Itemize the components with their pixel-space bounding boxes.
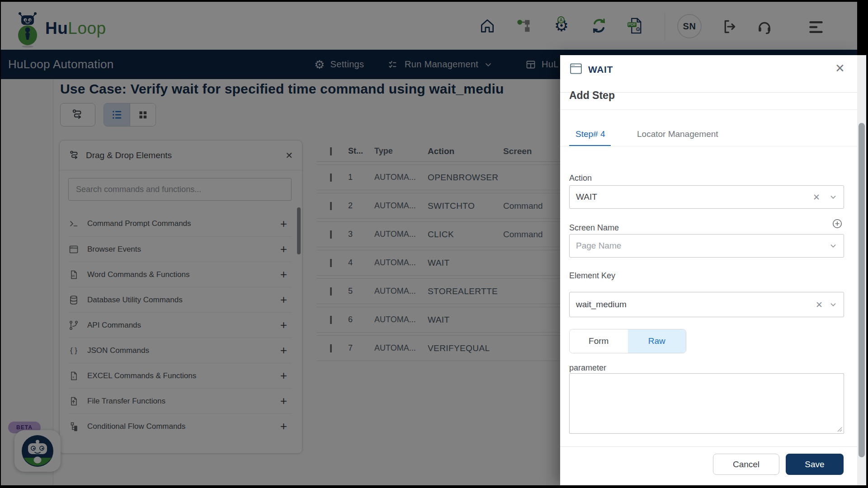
- tab-step-4[interactable]: Step# 4: [576, 129, 605, 139]
- save-button[interactable]: Save: [786, 454, 844, 475]
- add-screen-icon[interactable]: [831, 218, 843, 230]
- form-mode-button[interactable]: Form: [570, 329, 628, 353]
- app-window: HuLoop ⚙ A: [0, 0, 868, 488]
- tab-locator-management[interactable]: Locator Management: [637, 129, 718, 139]
- section-divider: [560, 109, 857, 110]
- action-label: Action: [569, 174, 592, 183]
- chevron-down-icon[interactable]: [828, 300, 838, 310]
- parameter-textarea[interactable]: [569, 373, 844, 434]
- mode-toggle: Form Raw: [569, 329, 686, 353]
- action-select[interactable]: WAIT ✕: [569, 185, 844, 209]
- modal-section-title: Add Step: [569, 89, 615, 102]
- page-scrollbar-thumb[interactable]: [859, 123, 865, 457]
- window-border-left: [0, 0, 1, 488]
- window-border-bottom: [0, 485, 868, 488]
- clear-icon[interactable]: ✕: [816, 300, 823, 310]
- browser-window-icon: [569, 62, 583, 75]
- window-border-right: [866, 0, 868, 488]
- tabs-divider: [560, 146, 857, 146]
- element-key-select[interactable]: wait_medium ✕: [569, 292, 844, 317]
- close-icon[interactable]: ✕: [835, 61, 845, 75]
- chevron-down-icon[interactable]: [828, 192, 838, 202]
- modal-title: WAIT: [588, 64, 613, 75]
- element-key-label: Element Key: [569, 271, 615, 281]
- screen-name-label: Screen Name: [569, 223, 619, 233]
- raw-mode-button[interactable]: Raw: [628, 329, 686, 353]
- wait-step-modal: WAIT ✕ Add Step Step# 4 Locator Manageme…: [560, 55, 857, 485]
- screen-name-select[interactable]: Page Name: [569, 234, 844, 258]
- chevron-down-icon[interactable]: [828, 241, 838, 251]
- parameter-label: parameter: [569, 363, 606, 373]
- window-border-top: [0, 0, 868, 2]
- footer-divider: [560, 446, 857, 447]
- cancel-button[interactable]: Cancel: [713, 454, 779, 475]
- clear-icon[interactable]: ✕: [813, 192, 820, 202]
